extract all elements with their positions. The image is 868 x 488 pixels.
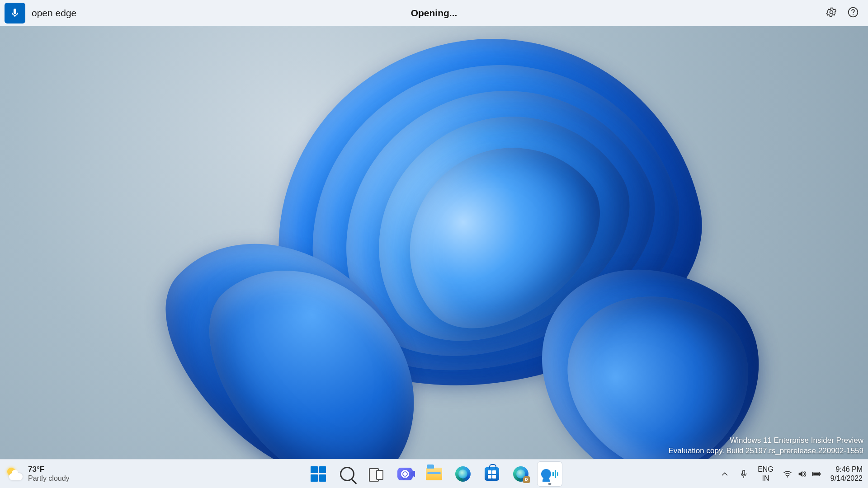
- voice-access-button[interactable]: [538, 462, 562, 486]
- start-button[interactable]: [306, 462, 330, 486]
- chat-button[interactable]: [393, 462, 417, 486]
- language-bottom: IN: [758, 474, 774, 483]
- battery-icon: [811, 469, 821, 479]
- insider-watermark: Windows 11 Enterprise Insider Preview Ev…: [668, 436, 863, 456]
- voice-access-bar: open edge Opening...: [0, 0, 868, 26]
- file-explorer-button[interactable]: [422, 462, 446, 486]
- svg-rect-7: [813, 473, 819, 475]
- system-tray[interactable]: [783, 469, 821, 479]
- search-icon: [340, 467, 354, 481]
- edge-icon: [455, 466, 471, 482]
- battery-button: [811, 469, 821, 479]
- language-indicator[interactable]: ENG IN: [758, 465, 774, 482]
- voice-status-text: Opening...: [411, 8, 458, 19]
- volume-button: [797, 469, 807, 479]
- edge-dev-button[interactable]: D: [509, 462, 533, 486]
- weather-icon: [6, 466, 23, 482]
- windows-logo-icon: [311, 466, 326, 482]
- tray-microphone-button[interactable]: [739, 469, 749, 479]
- voice-access-help-button[interactable]: [847, 6, 859, 20]
- task-view-icon: [369, 468, 383, 480]
- chevron-up-icon: [720, 469, 730, 479]
- taskbar-weather-widget[interactable]: 73°F Partly cloudy: [6, 460, 70, 488]
- voice-access-icon: [541, 469, 558, 479]
- wifi-icon: [783, 469, 793, 479]
- taskbar: 73°F Partly cloudy D: [0, 459, 868, 488]
- voice-access-mic-button[interactable]: [5, 3, 25, 23]
- taskbar-right: ENG IN 9:46 PM 9/14/2022: [720, 460, 863, 488]
- volume-icon: [797, 469, 807, 479]
- weather-temperature: 73°F: [28, 465, 70, 474]
- wallpaper-bloom-graphic: [0, 26, 868, 459]
- edge-dev-icon: D: [513, 466, 528, 482]
- microsoft-store-button[interactable]: [480, 462, 504, 486]
- watermark-line2: Evaluation copy. Build 25197.rs_prerelea…: [668, 446, 863, 456]
- store-icon: [485, 467, 499, 481]
- watermark-line1: Windows 11 Enterprise Insider Preview: [668, 436, 863, 446]
- search-button[interactable]: [335, 462, 359, 486]
- edge-button[interactable]: [451, 462, 475, 486]
- help-icon: [847, 6, 859, 18]
- clock-time: 9:46 PM: [830, 465, 863, 474]
- svg-point-0: [830, 10, 833, 14]
- weather-description: Partly cloudy: [28, 474, 70, 483]
- svg-rect-3: [743, 470, 745, 474]
- chat-icon: [397, 468, 413, 480]
- task-view-button[interactable]: [364, 462, 388, 486]
- taskbar-center: D: [306, 462, 562, 486]
- language-top: ENG: [758, 465, 774, 474]
- dev-badge: D: [523, 476, 530, 483]
- settings-icon: [826, 6, 837, 18]
- clock-date[interactable]: 9:46 PM 9/14/2022: [830, 465, 863, 482]
- voice-command-text: open edge: [32, 8, 76, 19]
- wifi-button: [783, 469, 793, 479]
- voice-access-settings-button[interactable]: [826, 6, 837, 20]
- file-explorer-icon: [426, 468, 442, 480]
- svg-rect-6: [820, 473, 821, 475]
- clock-date-text: 9/14/2022: [830, 474, 863, 483]
- svg-point-2: [853, 14, 854, 15]
- tray-overflow-button[interactable]: [720, 469, 730, 479]
- tray-microphone-icon: [739, 469, 749, 479]
- microphone-icon: [9, 8, 20, 19]
- svg-point-4: [787, 476, 788, 477]
- desktop-wallpaper[interactable]: Windows 11 Enterprise Insider Preview Ev…: [0, 26, 868, 459]
